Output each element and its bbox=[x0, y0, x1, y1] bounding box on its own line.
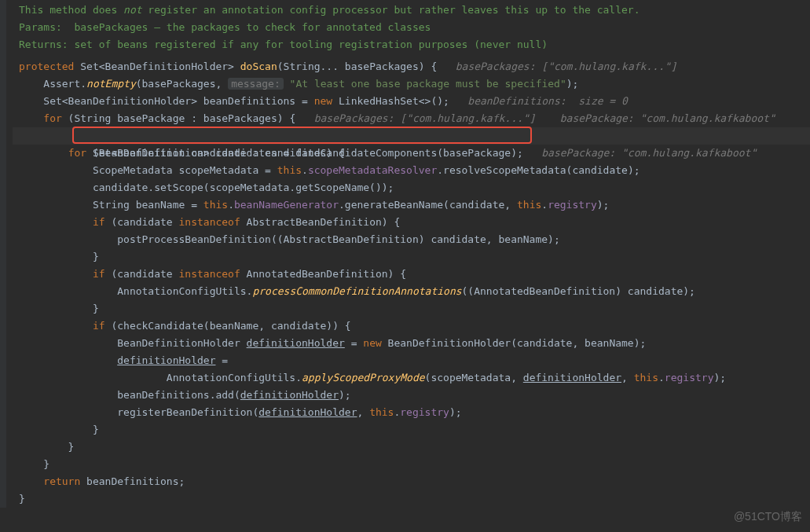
code-line[interactable]: if (candidate instanceof AnnotatedBeanDe… bbox=[13, 266, 810, 283]
code-line[interactable]: definitionHolder = bbox=[13, 352, 810, 369]
code-line[interactable]: for (String basePackage : basePackages) … bbox=[13, 110, 810, 127]
code-line[interactable]: String beanName = this.beanNameGenerator… bbox=[13, 196, 810, 214]
code-line[interactable]: BeanDefinitionHolder definitionHolder = … bbox=[13, 335, 810, 352]
code-line[interactable]: ScopeMetadata scopeMetadata = this.scope… bbox=[13, 162, 810, 179]
code-line[interactable]: AnnotationConfigUtils.processCommonDefin… bbox=[13, 283, 810, 300]
doc-line: Params: basePackages – the packages to c… bbox=[13, 19, 810, 36]
code-line[interactable]: Assert.notEmpty(basePackages, message: "… bbox=[13, 75, 810, 93]
code-line[interactable]: if (checkCandidate(beanName, candidate))… bbox=[13, 317, 810, 335]
code-line[interactable]: Set<BeanDefinitionHolder> beanDefinition… bbox=[13, 93, 810, 110]
code-line[interactable]: return beanDefinitions; bbox=[13, 473, 810, 490]
code-line[interactable]: postProcessBeanDefinition((AbstractBeanD… bbox=[13, 231, 810, 248]
code-line-highlighted[interactable]: Set<BeanDefinition> candidates = findCan… bbox=[13, 127, 810, 145]
code-line[interactable]: } bbox=[13, 490, 810, 508]
code-line[interactable]: beanDefinitions.add(definitionHolder); bbox=[13, 387, 810, 404]
code-line[interactable]: candidate.setScope(scopeMetadata.getScop… bbox=[13, 179, 810, 196]
code-line[interactable]: } bbox=[13, 456, 810, 473]
code-line[interactable]: } bbox=[13, 438, 810, 456]
code-line[interactable]: AnnotationConfigUtils.applyScopedProxyMo… bbox=[13, 369, 810, 387]
watermark: @51CTO博客 bbox=[734, 510, 802, 524]
code-editor[interactable]: This method does not register an annotat… bbox=[0, 0, 810, 508]
doc-line: This method does not register an annotat… bbox=[13, 2, 810, 19]
code-line[interactable]: } bbox=[13, 300, 810, 317]
code-line[interactable]: if (candidate instanceof AbstractBeanDef… bbox=[13, 214, 810, 231]
highlight-box bbox=[72, 127, 532, 144]
code-line[interactable]: registerBeanDefinition(definitionHolder,… bbox=[13, 404, 810, 421]
code-line[interactable]: } bbox=[13, 421, 810, 438]
code-line[interactable]: protected Set<BeanDefinitionHolder> doSc… bbox=[13, 58, 810, 75]
code-line[interactable]: } bbox=[13, 248, 810, 266]
doc-line: Returns: set of beans registered if any … bbox=[13, 36, 810, 53]
